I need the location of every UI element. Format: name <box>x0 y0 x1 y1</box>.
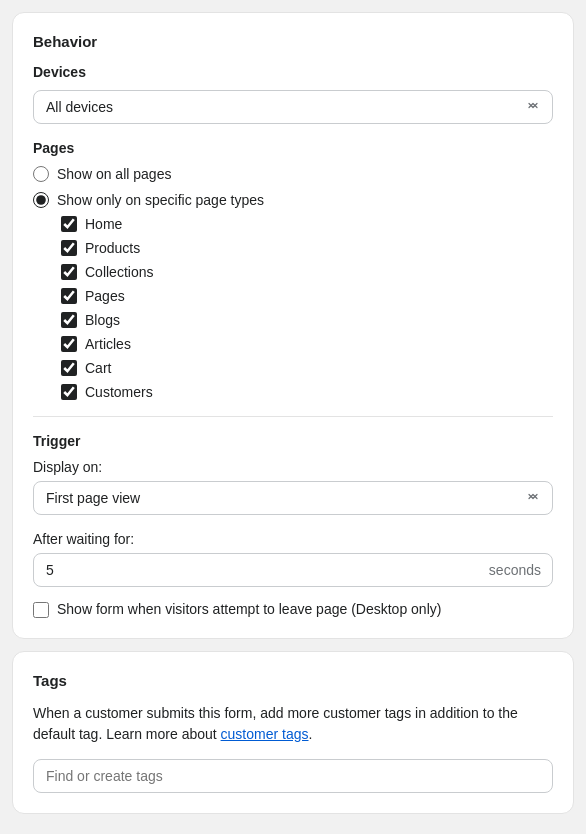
checkbox-home-label[interactable]: Home <box>85 216 122 232</box>
checkbox-products[interactable] <box>61 240 77 256</box>
checkbox-item-pages[interactable]: Pages <box>61 288 553 304</box>
checkbox-item-collections[interactable]: Collections <box>61 264 553 280</box>
checkbox-articles[interactable] <box>61 336 77 352</box>
pages-label: Pages <box>33 140 553 156</box>
leave-page-checkbox[interactable] <box>33 602 49 618</box>
checkbox-pages-label[interactable]: Pages <box>85 288 125 304</box>
checkbox-customers-label[interactable]: Customers <box>85 384 153 400</box>
devices-label: Devices <box>33 64 553 80</box>
behavior-title: Behavior <box>33 33 553 50</box>
leave-page-row[interactable]: Show form when visitors attempt to leave… <box>33 601 553 618</box>
radio-all-pages-label[interactable]: Show on all pages <box>57 166 171 182</box>
checkbox-pages[interactable] <box>61 288 77 304</box>
display-on-label: Display on: <box>33 459 553 475</box>
leave-page-label[interactable]: Show form when visitors attempt to leave… <box>57 601 441 617</box>
trigger-title: Trigger <box>33 433 553 449</box>
checkbox-products-label[interactable]: Products <box>85 240 140 256</box>
checkbox-customers[interactable] <box>61 384 77 400</box>
divider <box>33 416 553 417</box>
checkbox-item-cart[interactable]: Cart <box>61 360 553 376</box>
page-types-checkboxes: Home Products Collections Pages Blogs Ar… <box>61 216 553 400</box>
tags-card: Tags When a customer submits this form, … <box>12 651 574 814</box>
checkbox-item-customers[interactable]: Customers <box>61 384 553 400</box>
behavior-card: Behavior Devices All devices Mobile only… <box>12 12 574 639</box>
tags-title: Tags <box>33 672 553 689</box>
checkbox-cart[interactable] <box>61 360 77 376</box>
checkbox-home[interactable] <box>61 216 77 232</box>
pages-radio-group: Show on all pages Show only on specific … <box>33 166 553 208</box>
checkbox-item-home[interactable]: Home <box>61 216 553 232</box>
after-waiting-wrapper: seconds <box>33 553 553 587</box>
checkbox-articles-label[interactable]: Articles <box>85 336 131 352</box>
checkbox-blogs-label[interactable]: Blogs <box>85 312 120 328</box>
checkbox-collections-label[interactable]: Collections <box>85 264 153 280</box>
tags-description-suffix: . <box>309 726 313 742</box>
display-on-select-wrapper: First page view Every page view Exit int… <box>33 481 553 515</box>
checkbox-blogs[interactable] <box>61 312 77 328</box>
tags-description: When a customer submits this form, add m… <box>33 703 553 745</box>
tags-input-wrapper <box>33 759 553 793</box>
radio-item-specific-pages[interactable]: Show only on specific page types <box>33 192 553 208</box>
trigger-section: Trigger Display on: First page view Ever… <box>33 433 553 618</box>
checkbox-item-products[interactable]: Products <box>61 240 553 256</box>
checkbox-cart-label[interactable]: Cart <box>85 360 111 376</box>
checkbox-item-blogs[interactable]: Blogs <box>61 312 553 328</box>
checkbox-item-articles[interactable]: Articles <box>61 336 553 352</box>
radio-item-all-pages[interactable]: Show on all pages <box>33 166 553 182</box>
radio-all-pages[interactable] <box>33 166 49 182</box>
devices-select-wrapper: All devices Mobile only Desktop only <box>33 90 553 124</box>
checkbox-collections[interactable] <box>61 264 77 280</box>
devices-select[interactable]: All devices Mobile only Desktop only <box>33 90 553 124</box>
display-on-select[interactable]: First page view Every page view Exit int… <box>33 481 553 515</box>
radio-specific-pages-label[interactable]: Show only on specific page types <box>57 192 264 208</box>
radio-specific-pages[interactable] <box>33 192 49 208</box>
after-waiting-input[interactable] <box>33 553 553 587</box>
customer-tags-link[interactable]: customer tags <box>221 726 309 742</box>
after-waiting-label: After waiting for: <box>33 531 553 547</box>
tags-input[interactable] <box>33 759 553 793</box>
